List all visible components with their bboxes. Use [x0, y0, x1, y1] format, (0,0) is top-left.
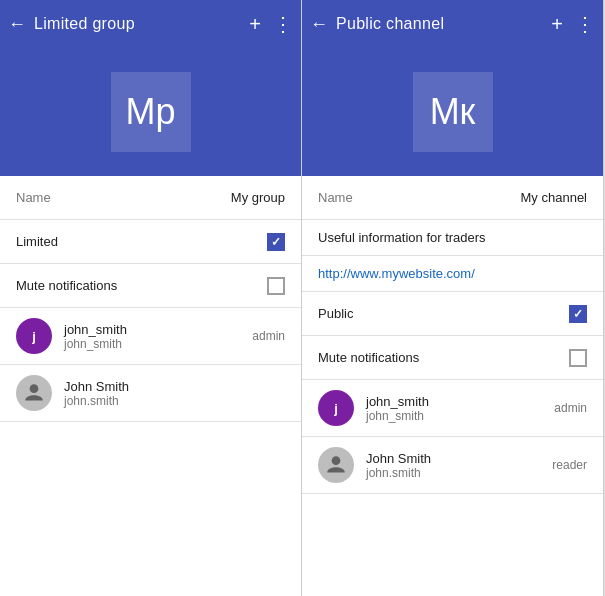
menu-icon[interactable]: ⋮ — [273, 12, 293, 36]
info-text-1: Useful information for traders — [302, 220, 603, 256]
member-row-4[interactable]: John Smith john.smith reader — [302, 437, 603, 494]
member2-sub: john.smith — [64, 394, 285, 408]
info-text-2: http://www.mywebsite.com/ — [302, 256, 603, 292]
member4-role: reader — [552, 458, 587, 472]
member3-role: admin — [554, 401, 587, 415]
member-row-2[interactable]: John Smith john.smith — [0, 365, 301, 422]
member1-sub: john_smith — [64, 337, 252, 351]
mute-label-2: Mute notifications — [318, 350, 419, 365]
limited-checkbox-row[interactable]: Limited — [0, 220, 301, 264]
mute-checkbox[interactable] — [267, 277, 285, 295]
mute-label: Mute notifications — [16, 278, 117, 293]
member2-name: John Smith — [64, 379, 285, 394]
header-title-2: Public channel — [336, 15, 539, 33]
panel1-content: Name My group Limited Mute notifications… — [0, 176, 301, 596]
member1-role: admin — [252, 329, 285, 343]
name-field-row: Name My group — [0, 176, 301, 220]
name-value: My group — [231, 190, 285, 205]
member3-avatar: j — [318, 390, 354, 426]
back-button-2[interactable]: ← — [310, 14, 328, 35]
mute-checkbox-2[interactable] — [569, 349, 587, 367]
member1-info: john_smith john_smith — [64, 322, 252, 351]
public-checkbox-row[interactable]: Public — [302, 292, 603, 336]
public-checkbox[interactable] — [569, 305, 587, 323]
header-public-channel: ← Public channel + ⋮ — [302, 0, 603, 48]
member-row-1[interactable]: j john_smith john_smith admin — [0, 308, 301, 365]
mute-checkbox-row-2[interactable]: Mute notifications — [302, 336, 603, 380]
panel-limited-group: ← Limited group + ⋮ Мр Name My group Lim… — [0, 0, 302, 596]
avatar: Мр — [111, 72, 191, 152]
name-label: Name — [16, 190, 51, 205]
member1-avatar: j — [16, 318, 52, 354]
name-value-2: My channel — [521, 190, 587, 205]
add-icon[interactable]: + — [249, 13, 261, 36]
name-field-row-2: Name My channel — [302, 176, 603, 220]
member3-info: john_smith john_smith — [366, 394, 554, 423]
member3-sub: john_smith — [366, 409, 554, 423]
panel2-content: Name My channel Useful information for t… — [302, 176, 603, 596]
svg-point-1 — [332, 456, 341, 465]
limited-checkbox[interactable] — [267, 233, 285, 251]
back-button[interactable]: ← — [8, 14, 26, 35]
limited-label: Limited — [16, 234, 58, 249]
avatar-section-2: Мк — [302, 48, 603, 176]
header-title: Limited group — [34, 15, 237, 33]
member4-name: John Smith — [366, 451, 552, 466]
name-label-2: Name — [318, 190, 353, 205]
svg-point-0 — [30, 384, 39, 393]
member2-info: John Smith john.smith — [64, 379, 285, 408]
member-row-3[interactable]: j john_smith john_smith admin — [302, 380, 603, 437]
public-label: Public — [318, 306, 353, 321]
avatar-2: Мк — [413, 72, 493, 152]
add-icon-2[interactable]: + — [551, 13, 563, 36]
panel-public-channel: ← Public channel + ⋮ Мк Name My channel … — [302, 0, 604, 596]
member4-sub: john.smith — [366, 466, 552, 480]
member2-avatar — [16, 375, 52, 411]
header-limited-group: ← Limited group + ⋮ — [0, 0, 301, 48]
member1-name: john_smith — [64, 322, 252, 337]
member3-name: john_smith — [366, 394, 554, 409]
mute-checkbox-row[interactable]: Mute notifications — [0, 264, 301, 308]
member4-avatar — [318, 447, 354, 483]
menu-icon-2[interactable]: ⋮ — [575, 12, 595, 36]
member4-info: John Smith john.smith — [366, 451, 552, 480]
avatar-section: Мр — [0, 48, 301, 176]
